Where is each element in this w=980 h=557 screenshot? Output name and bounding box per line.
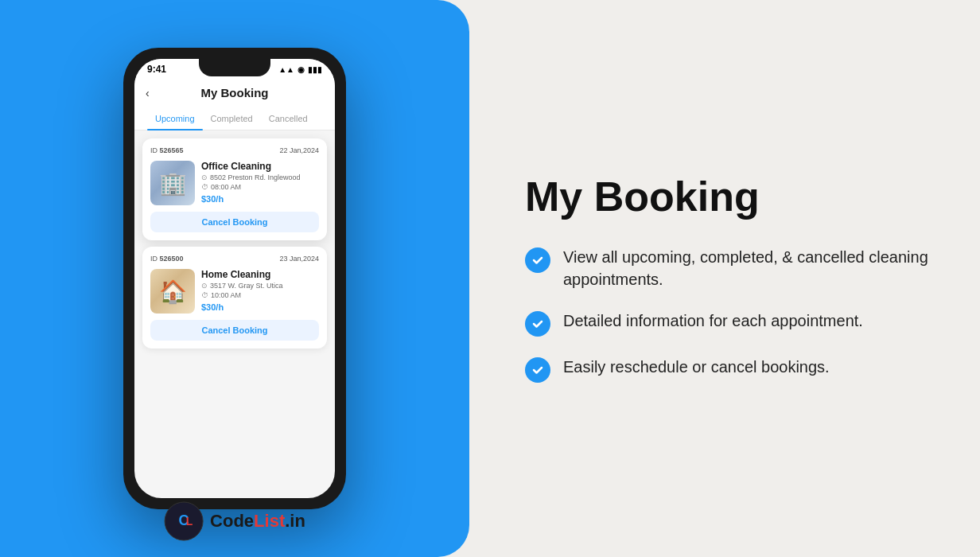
page-title: My Booking (525, 174, 932, 220)
check-icon-2 (525, 311, 550, 337)
booking-date-1: 22 Jan,2024 (279, 146, 319, 154)
location-icon-1: ⊙ (201, 173, 208, 181)
card-header-1: ID 526565 22 Jan,2024 (150, 146, 319, 154)
price-2: $30/h (201, 302, 319, 312)
price-1: $30/h (201, 194, 319, 204)
booking-card-2: ID 526500 23 Jan,2024 Home Cleaning ⊙ 35… (142, 247, 327, 349)
feature-item-3: Easily reschedule or cancel bookings. (525, 356, 932, 383)
wifi-icon: ◉ (298, 65, 305, 74)
svg-text:L: L (186, 515, 193, 528)
tab-cancelled[interactable]: Cancelled (261, 107, 316, 130)
booking-info-2: Home Cleaning ⊙ 3517 W. Gray St. Utica ⏱… (150, 269, 319, 314)
tab-bar: Upcoming Completed Cancelled (134, 107, 335, 130)
feature-text-2: Detailed information for each appointmen… (563, 310, 863, 332)
booking-list: ID 526565 22 Jan,2024 Office Cleaning ⊙ … (134, 130, 335, 498)
feature-item-1: View all upcoming, completed, & cancelle… (525, 246, 932, 290)
booking-image-1 (150, 161, 195, 205)
battery-icon: ▮▮▮ (308, 65, 322, 74)
status-icons: ▲▲ ◉ ▮▮▮ (278, 65, 322, 74)
booking-date-2: 23 Jan,2024 (279, 255, 319, 263)
status-time: 9:41 (147, 64, 166, 75)
clock-icon-1: ⏱ (201, 183, 208, 191)
app-header: ‹ My Booking (134, 78, 335, 107)
time-row-1: ⏱ 08:00 AM (201, 183, 319, 191)
back-button[interactable]: ‹ (146, 87, 150, 99)
card-header-2: ID 526500 23 Jan,2024 (150, 255, 319, 263)
booking-id-1: ID 526565 (150, 146, 184, 154)
tab-completed[interactable]: Completed (203, 107, 261, 130)
left-panel: 9:41 ▲▲ ◉ ▮▮▮ ‹ My Booking Upcoming Comp… (0, 0, 469, 557)
check-icon-1 (525, 247, 550, 273)
booking-details-1: Office Cleaning ⊙ 8502 Preston Rd. Ingle… (201, 161, 319, 205)
address-text-2: 3517 W. Gray St. Utica (210, 282, 283, 290)
right-panel: My Booking View all upcoming, completed,… (469, 0, 980, 557)
booking-info-1: Office Cleaning ⊙ 8502 Preston Rd. Ingle… (150, 161, 319, 205)
booking-card-1: ID 526565 22 Jan,2024 Office Cleaning ⊙ … (142, 138, 327, 240)
signal-icon: ▲▲ (278, 65, 294, 74)
location-icon-2: ⊙ (201, 282, 208, 290)
time-row-2: ⏱ 10:00 AM (201, 291, 319, 299)
clock-icon-2: ⏱ (201, 291, 208, 299)
tab-upcoming[interactable]: Upcoming (147, 107, 203, 130)
codelist-logo-icon: C L (164, 501, 204, 541)
feature-text-3: Easily reschedule or cancel bookings. (563, 356, 830, 378)
booking-details-2: Home Cleaning ⊙ 3517 W. Gray St. Utica ⏱… (201, 269, 319, 314)
feature-text-1: View all upcoming, completed, & cancelle… (563, 246, 932, 290)
feature-list: View all upcoming, completed, & cancelle… (525, 246, 932, 383)
cancel-button-2[interactable]: Cancel Booking (150, 320, 319, 341)
feature-item-2: Detailed information for each appointmen… (525, 310, 932, 337)
app-header-title: My Booking (201, 86, 269, 99)
phone-notch (199, 59, 270, 76)
check-icon-3 (525, 357, 550, 383)
address-row-1: ⊙ 8502 Preston Rd. Inglewood (201, 173, 319, 181)
service-name-1: Office Cleaning (201, 161, 319, 172)
booking-id-2: ID 526500 (150, 255, 184, 263)
logo-bar: C L CodeList.in (164, 501, 305, 541)
address-text-1: 8502 Preston Rd. Inglewood (210, 173, 301, 181)
time-text-1: 08:00 AM (211, 183, 241, 191)
phone-screen: 9:41 ▲▲ ◉ ▮▮▮ ‹ My Booking Upcoming Comp… (134, 59, 335, 498)
cancel-button-1[interactable]: Cancel Booking (150, 212, 319, 232)
booking-image-2 (150, 269, 195, 314)
address-row-2: ⊙ 3517 W. Gray St. Utica (201, 282, 319, 290)
codelist-logo-text: CodeList.in (210, 511, 305, 532)
service-name-2: Home Cleaning (201, 269, 319, 280)
phone-mockup: 9:41 ▲▲ ◉ ▮▮▮ ‹ My Booking Upcoming Comp… (123, 48, 346, 509)
time-text-2: 10:00 AM (211, 291, 241, 299)
